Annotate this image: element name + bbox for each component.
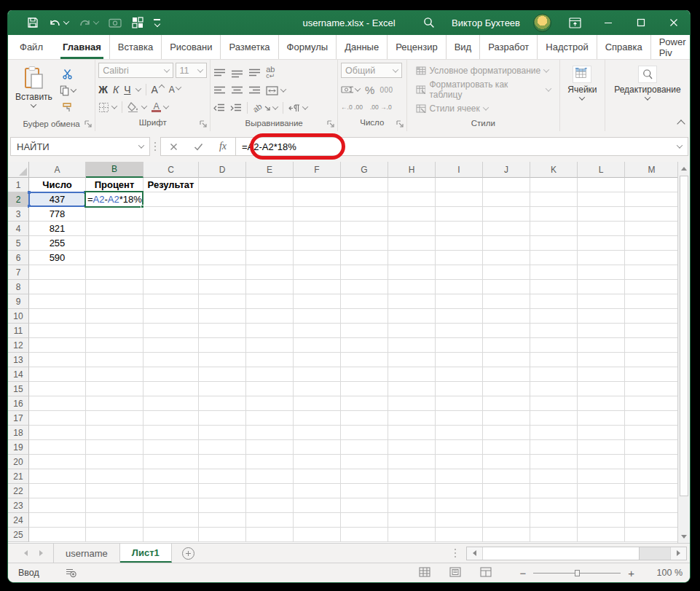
horizontal-scrollbar[interactable] [466, 547, 687, 560]
underline-dropdown-icon[interactable] [135, 85, 141, 91]
cell-I1[interactable] [436, 178, 483, 192]
cell-D12[interactable] [199, 338, 246, 353]
tab-home[interactable]: Главная [55, 35, 109, 59]
cell-E19[interactable] [246, 440, 294, 455]
cell-I7[interactable] [436, 265, 483, 280]
cell-C16[interactable] [143, 396, 199, 411]
comma-style-button[interactable]: 000 [380, 86, 393, 94]
cell-K5[interactable] [530, 236, 578, 251]
row-header-23[interactable]: 23 [8, 498, 29, 513]
cell-B12[interactable] [86, 338, 143, 353]
cell-K12[interactable] [530, 338, 578, 353]
cell-G21[interactable] [341, 469, 388, 484]
page-layout-icon[interactable] [449, 567, 461, 579]
cell-L20[interactable] [578, 455, 625, 469]
cell-B10[interactable] [86, 309, 143, 324]
cell-H4[interactable] [388, 222, 436, 236]
cell-A17[interactable] [29, 411, 86, 426]
cell-B9[interactable] [86, 294, 143, 309]
cell-A23[interactable] [29, 498, 86, 513]
cell-F24[interactable] [294, 513, 341, 528]
cut-icon[interactable] [60, 67, 76, 80]
cell-D23[interactable] [199, 498, 246, 513]
cell-H1[interactable] [388, 178, 436, 192]
cell-D17[interactable] [199, 411, 246, 426]
row-header-8[interactable]: 8 [8, 280, 29, 294]
cell-C8[interactable] [143, 280, 199, 294]
cell-B15[interactable] [86, 382, 143, 396]
tab-file[interactable]: Файл [8, 35, 55, 59]
cell-I12[interactable] [436, 338, 483, 353]
cell-M18[interactable] [625, 426, 679, 440]
row-header-3[interactable]: 3 [8, 207, 29, 222]
cell-H25[interactable] [388, 528, 436, 542]
cell-B25[interactable] [86, 528, 143, 542]
cell-I14[interactable] [436, 367, 483, 382]
align-middle-icon[interactable] [231, 69, 243, 78]
cell-H23[interactable] [388, 498, 436, 513]
merge-center-button[interactable] [266, 86, 286, 95]
copy-icon[interactable] [60, 84, 76, 97]
cell-K8[interactable] [530, 280, 578, 294]
row-header-21[interactable]: 21 [8, 469, 29, 484]
cell-F13[interactable] [294, 353, 341, 367]
row-header-1[interactable]: 1 [8, 178, 29, 192]
fill-handle[interactable] [141, 205, 144, 208]
cell-H17[interactable] [388, 411, 436, 426]
cell-C22[interactable] [143, 484, 199, 498]
cell-I11[interactable] [436, 324, 483, 338]
align-center-icon[interactable] [231, 86, 243, 95]
cell-F8[interactable] [294, 280, 341, 294]
cell-F18[interactable] [294, 426, 341, 440]
cell-B13[interactable] [86, 353, 143, 367]
cell-M7[interactable] [625, 265, 679, 280]
cell-B7[interactable] [86, 265, 143, 280]
cell-D10[interactable] [199, 309, 246, 324]
cell-F21[interactable] [294, 469, 341, 484]
column-header-E[interactable]: E [246, 162, 294, 178]
cell-D11[interactable] [199, 324, 246, 338]
cell-B21[interactable] [86, 469, 143, 484]
row-header-16[interactable]: 16 [8, 396, 29, 411]
cell-B14[interactable] [86, 367, 143, 382]
conditional-formatting-button[interactable]: Условное форматирование [416, 66, 551, 76]
cell-J23[interactable] [483, 498, 530, 513]
cell-L8[interactable] [578, 280, 625, 294]
row-header-5[interactable]: 5 [8, 236, 29, 251]
close-button[interactable] [657, 10, 690, 35]
cells-button[interactable]: Ячейки [563, 63, 601, 127]
cell-K14[interactable] [530, 367, 578, 382]
cell-I23[interactable] [436, 498, 483, 513]
cell-E3[interactable] [246, 207, 294, 222]
name-box[interactable]: НАЙТИ [10, 137, 150, 156]
cell-K4[interactable] [530, 222, 578, 236]
cell-L4[interactable] [578, 222, 625, 236]
insert-function-button[interactable]: fx [211, 138, 235, 155]
cell-E25[interactable] [246, 528, 294, 542]
borders-button[interactable] [98, 102, 117, 113]
cell-J22[interactable] [483, 484, 530, 498]
number-format-combo[interactable]: Общий [341, 63, 402, 78]
editing-dropdown-icon[interactable] [645, 94, 650, 100]
scroll-down-icon[interactable] [678, 530, 690, 543]
cell-A13[interactable] [29, 353, 86, 367]
cell-B3[interactable] [86, 207, 143, 222]
cell-B1[interactable]: Процент [86, 178, 143, 192]
cell-C19[interactable] [143, 440, 199, 455]
cell-J12[interactable] [483, 338, 530, 353]
tab-addins[interactable]: Надстрой [537, 35, 596, 59]
cell-I4[interactable] [436, 222, 483, 236]
redo-dropdown-icon[interactable] [93, 18, 99, 24]
cell-L22[interactable] [578, 484, 625, 498]
cell-D9[interactable] [199, 294, 246, 309]
vertical-scroll-thumb[interactable] [680, 176, 688, 496]
cell-A12[interactable] [29, 338, 86, 353]
cell-M13[interactable] [625, 353, 679, 367]
cell-M5[interactable] [625, 236, 679, 251]
cell-J8[interactable] [483, 280, 530, 294]
align-bottom-icon[interactable] [248, 69, 261, 78]
cell-B23[interactable] [86, 498, 143, 513]
tab-review[interactable]: Рецензир [387, 35, 446, 59]
tab-help[interactable]: Справка [597, 35, 650, 59]
paste-button[interactable]: Вставить [11, 63, 57, 118]
